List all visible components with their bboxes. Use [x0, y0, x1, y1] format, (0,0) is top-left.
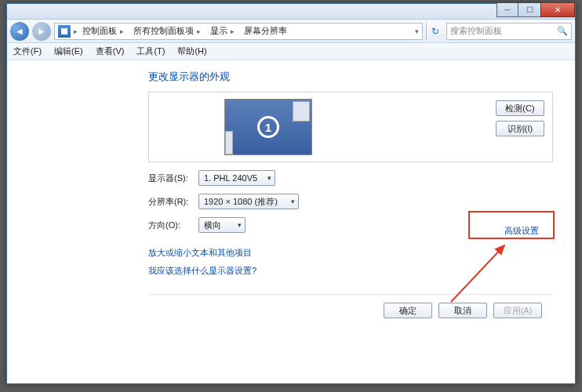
- refresh-button[interactable]: ↻: [426, 23, 443, 40]
- links-area: 高级设置 放大或缩小文本和其他项目 我应该选择什么显示器设置?: [148, 247, 553, 283]
- text-size-link[interactable]: 放大或缩小文本和其他项目: [148, 247, 252, 259]
- breadcrumb-resolution[interactable]: 屏幕分辨率: [239, 24, 292, 39]
- menu-file[interactable]: 文件(F): [7, 43, 48, 60]
- content: 更改显示器的外观 1 检测(C) 识别(I) 显示器(S): 1. PHL 24…: [7, 60, 575, 383]
- which-setting-link[interactable]: 我应该选择什么显示器设置?: [148, 265, 256, 277]
- breadcrumb-label: 控制面板: [82, 25, 117, 37]
- back-button[interactable]: ◄: [10, 22, 29, 41]
- minimize-button[interactable]: ─: [497, 3, 518, 17]
- chevron-right-icon: ▸: [197, 27, 201, 35]
- breadcrumb-label: 所有控制面板项: [133, 25, 194, 37]
- display-dropdown[interactable]: 1. PHL 240V5: [198, 170, 275, 186]
- chevron-right-icon: ▸: [231, 27, 235, 35]
- taskbar-glyph: [225, 131, 233, 154]
- address-bar[interactable]: ▸ 控制面板▸ 所有控制面板项▸ 显示▸ 屏幕分辨率 ▾: [54, 23, 423, 40]
- navbar: ◄ ► ▸ 控制面板▸ 所有控制面板项▸ 显示▸ 屏幕分辨率 ▾ ↻ 搜索控制面…: [7, 20, 575, 43]
- label-display: 显示器(S):: [148, 172, 198, 184]
- breadcrumb-label: 屏幕分辨率: [244, 25, 287, 37]
- label-resolution: 分辨率(R):: [148, 196, 198, 208]
- apply-button[interactable]: 应用(A): [493, 303, 542, 318]
- breadcrumb-root[interactable]: 控制面板▸: [78, 24, 129, 39]
- advanced-settings-link[interactable]: 高级设置: [504, 225, 539, 237]
- close-button[interactable]: ✕: [540, 3, 575, 17]
- titlebar: ─ ☐ ✕: [7, 4, 575, 20]
- chevron-down-icon[interactable]: ▾: [415, 27, 422, 35]
- chevron-right-icon: ▸: [120, 27, 124, 35]
- label-orientation: 方向(O):: [148, 220, 198, 231]
- row-display: 显示器(S): 1. PHL 240V5: [148, 170, 553, 186]
- forward-button[interactable]: ►: [32, 22, 51, 41]
- breadcrumb-all-items[interactable]: 所有控制面板项▸: [129, 24, 206, 39]
- display-preview-panel: 1 检测(C) 识别(I): [148, 92, 553, 162]
- menu-tools[interactable]: 工具(T): [130, 43, 171, 60]
- menu-edit[interactable]: 编辑(E): [48, 43, 89, 60]
- monitor-thumbnail[interactable]: 1: [224, 99, 312, 155]
- window-glyph: [293, 101, 310, 122]
- resolution-dropdown[interactable]: 1920 × 1080 (推荐): [198, 194, 299, 209]
- menu-help[interactable]: 帮助(H): [171, 43, 213, 60]
- identify-button[interactable]: 识别(I): [496, 121, 544, 136]
- breadcrumb-display[interactable]: 显示▸: [206, 24, 239, 39]
- ok-button[interactable]: 确定: [384, 303, 432, 318]
- menu-view[interactable]: 查看(V): [89, 43, 131, 60]
- maximize-button[interactable]: ☐: [518, 3, 540, 17]
- row-resolution: 分辨率(R): 1920 × 1080 (推荐): [148, 194, 553, 209]
- menubar: 文件(F) 编辑(E) 查看(V) 工具(T) 帮助(H): [7, 43, 575, 60]
- control-panel-icon: [58, 25, 71, 38]
- cancel-button[interactable]: 取消: [438, 303, 487, 318]
- search-input[interactable]: 搜索控制面板 🔍: [446, 23, 572, 40]
- window: ─ ☐ ✕ ◄ ► ▸ 控制面板▸ 所有控制面板项▸ 显示▸ 屏幕分辨率 ▾ ↻…: [6, 3, 576, 384]
- page-title: 更改显示器的外观: [148, 70, 553, 84]
- search-icon: 🔍: [557, 26, 568, 36]
- orientation-dropdown[interactable]: 横向: [198, 217, 246, 233]
- orientation-value: 横向: [204, 220, 221, 231]
- preview-buttons: 检测(C) 识别(I): [496, 100, 544, 136]
- row-orientation: 方向(O): 横向: [148, 217, 553, 233]
- window-controls: ─ ☐ ✕: [497, 3, 575, 17]
- footer-buttons: 确定 取消 应用(A): [148, 295, 553, 318]
- display-value: 1. PHL 240V5: [204, 173, 257, 183]
- search-placeholder: 搜索控制面板: [450, 25, 502, 37]
- resolution-value: 1920 × 1080 (推荐): [204, 196, 278, 208]
- detect-button[interactable]: 检测(C): [496, 100, 544, 116]
- monitor-number-badge: 1: [257, 116, 279, 138]
- breadcrumb-label: 显示: [210, 25, 227, 37]
